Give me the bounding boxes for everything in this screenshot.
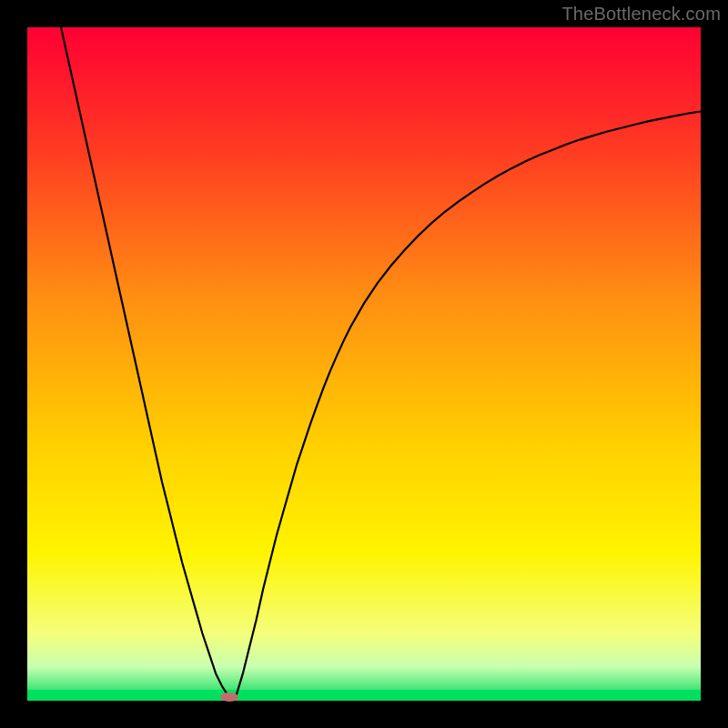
minimum-marker: [220, 693, 238, 702]
watermark-text: TheBottleneck.com: [561, 4, 721, 25]
chart-plot-area: [27, 27, 701, 701]
chart-container: TheBottleneck.com: [0, 0, 728, 728]
band-green: [27, 690, 701, 701]
chart-svg: [0, 0, 728, 728]
